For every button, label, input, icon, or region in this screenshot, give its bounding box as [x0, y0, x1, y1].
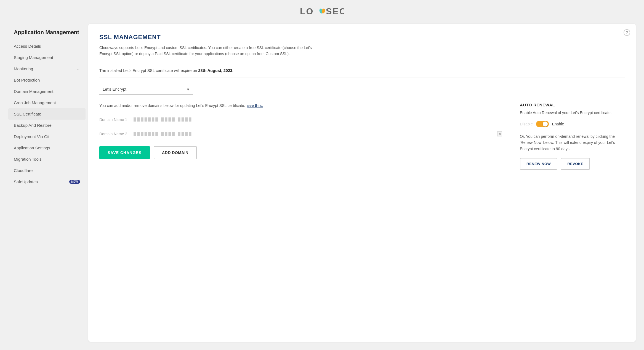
sidebar-item-label: SSL Certificate [14, 112, 41, 116]
on-demand-description: Or, You can perform on-demand renewal by… [520, 133, 619, 152]
logo-svg: LO SEO [300, 5, 344, 17]
domain-row-2: Domain Name 2 ✕ [99, 130, 503, 138]
domain-input-wrapper-1 [134, 115, 503, 124]
new-badge: NEW [69, 180, 80, 184]
sidebar-item-label: Bot Protection [14, 78, 40, 82]
sidebar-item-monitoring[interactable]: Monitoring ⌄ [8, 63, 86, 74]
add-domain-button[interactable]: ADD DOMAIN [154, 146, 197, 159]
sidebar-item-access-details[interactable]: Access Details [8, 41, 86, 52]
domain-input-2[interactable] [134, 130, 503, 138]
sidebar-item-label: SafeUpdates [14, 179, 38, 184]
sidebar-item-deployment-via-git[interactable]: Deployment Via Git [8, 131, 86, 142]
renewal-buttons: RENEW NOW REVOKE [520, 158, 625, 170]
panel-columns: You can add and/or remove domains below … [99, 103, 625, 170]
svg-text:LO: LO [300, 6, 314, 16]
svg-text:SEO: SEO [326, 6, 344, 16]
help-icon[interactable]: ? [624, 29, 630, 36]
expiry-notice: The installed Let's Encrypt SSL certific… [99, 64, 625, 77]
save-changes-button[interactable]: SAVE CHANGES [99, 146, 150, 159]
sidebar-item-bot-protection[interactable]: Bot Protection [8, 74, 86, 86]
sidebar-item-label: Cloudflare [14, 168, 33, 173]
sidebar-item-label: Deployment Via Git [14, 134, 49, 139]
renew-now-button[interactable]: RENEW NOW [520, 158, 557, 170]
panel-left: You can add and/or remove domains below … [99, 103, 503, 170]
sidebar-item-label: Monitoring [14, 66, 33, 71]
panel-right: AUTO RENEWAL Enable Auto Renewal of your… [520, 103, 625, 170]
sidebar-item-staging-management[interactable]: Staging Management [8, 52, 86, 63]
sidebar-item-safeupdates[interactable]: SafeUpdates NEW [8, 176, 86, 187]
auto-renewal-title: AUTO RENEWAL [520, 103, 625, 107]
sidebar-item-label: Backup And Restore [14, 123, 52, 128]
sidebar-item-label: Domain Management [14, 89, 53, 94]
sidebar-item-label: Access Details [14, 44, 41, 49]
domains-hint: You can add and/or remove domains below … [99, 103, 503, 109]
toggle-disable-label: Disable [520, 122, 533, 126]
domain-input-1[interactable] [134, 115, 503, 124]
see-this-link[interactable]: see this. [247, 103, 263, 108]
ssl-type-select[interactable]: Let's Encrypt Custom SSL [99, 84, 193, 95]
sidebar-item-label: Cron Job Management [14, 100, 56, 105]
toggle-enable-label: Enable [552, 122, 564, 126]
domain-label-1: Domain Name 1 [99, 117, 130, 122]
auto-renewal-toggle[interactable] [536, 121, 549, 127]
sidebar-item-migration-tools[interactable]: Migration Tools [8, 154, 86, 165]
page-header: LO SEO [0, 0, 644, 21]
sidebar-item-label: Staging Management [14, 55, 53, 60]
revoke-button[interactable]: REVOKE [561, 158, 590, 170]
sidebar-item-ssl-certificate[interactable]: SSL Certificate [8, 108, 86, 120]
domain-label-2: Domain Name 2 [99, 132, 130, 136]
buttons-row: SAVE CHANGES ADD DOMAIN [99, 146, 503, 159]
sidebar: Application Management Access Details St… [8, 24, 86, 342]
sidebar-item-domain-management[interactable]: Domain Management [8, 86, 86, 97]
sidebar-item-label: Migration Tools [14, 157, 42, 161]
domain-clear-button[interactable]: ✕ [497, 131, 502, 136]
expiry-notice-prefix: The installed Let's Encrypt SSL certific… [99, 68, 198, 73]
ssl-type-dropdown-wrapper[interactable]: Let's Encrypt Custom SSL ▼ [99, 84, 193, 95]
sidebar-item-label: Application Settings [14, 146, 50, 150]
sidebar-item-backup-and-restore[interactable]: Backup And Restore [8, 120, 86, 131]
auto-renewal-description: Enable Auto Renewal of your Let's Encryp… [520, 110, 625, 116]
sidebar-item-cron-job-management[interactable]: Cron Job Management [8, 97, 86, 108]
content-panel: ? SSL MANAGEMENT Cloudways supports Let'… [88, 24, 636, 342]
panel-title: SSL MANAGEMENT [99, 34, 625, 41]
sidebar-item-application-settings[interactable]: Application Settings [8, 142, 86, 154]
chevron-down-icon: ⌄ [77, 67, 80, 71]
logo: LO SEO [300, 5, 344, 17]
toggle-thumb [543, 122, 548, 126]
domain-row-1: Domain Name 1 [99, 115, 503, 124]
toggle-track [536, 121, 549, 127]
sidebar-title: Application Management [8, 26, 86, 41]
main-wrapper: Application Management Access Details St… [0, 21, 644, 350]
panel-description: Cloudways supports Let's Encrypt and cus… [99, 45, 320, 57]
sidebar-item-cloudflare[interactable]: Cloudflare [8, 165, 86, 176]
domain-input-wrapper-2: ✕ [134, 130, 503, 138]
expiry-date: 28th August, 2023. [198, 68, 233, 73]
toggle-row: Disable Enable [520, 121, 625, 127]
